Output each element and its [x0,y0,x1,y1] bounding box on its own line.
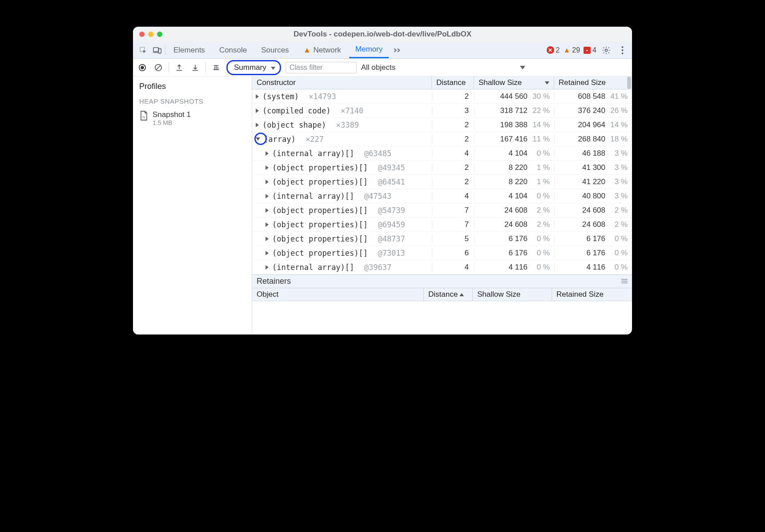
warning-badge[interactable]: ▲ 29 [563,46,580,54]
row-retained: 41 300 [582,163,605,172]
error-badge[interactable]: ✕ 2 [547,46,560,54]
expand-right-icon[interactable] [266,222,269,227]
expand-right-icon[interactable] [256,94,259,99]
tab-console[interactable]: Console [213,42,253,58]
expand-down-icon[interactable] [256,137,260,141]
snapshot-name: Snapshot 1 [153,110,191,119]
expand-right-icon[interactable] [266,151,269,156]
table-row[interactable]: (internal array)[] @4754344 1040 %40 800… [252,189,632,203]
row-name: (array) [264,135,296,144]
row-shallow: 6 176 [508,234,527,243]
column-shallow-size[interactable]: Shallow Size [474,77,554,89]
expand-right-icon[interactable] [266,237,269,241]
devtools-tabs: Elements Console Sources ▲ Network Memor… [133,42,632,59]
retainers-header: Object Distance Shallow Size Retained Si… [252,288,632,301]
tab-elements[interactable]: Elements [167,42,211,58]
row-shallow: 4 104 [508,192,527,201]
issues-badge[interactable]: ▪ 4 [584,46,596,54]
table-row[interactable]: (compiled code) ×71403318 71222 %376 240… [252,104,632,118]
view-mode-dropdown[interactable]: Summary [226,60,281,75]
row-shallow: 8 220 [508,163,527,172]
row-shallow: 6 176 [508,249,527,258]
table-row[interactable]: (array) ×2272167 41611 %268 84018 % [252,132,632,146]
tab-network[interactable]: ▲ Network [297,42,347,58]
expand-right-icon[interactable] [266,265,269,270]
row-shallow: 318 712 [500,106,527,115]
row-suffix: ×227 [297,135,324,144]
row-shallow-pct: 30 % [531,92,550,101]
ret-column-retained[interactable]: Retained Size [552,288,632,301]
row-name: (system) [262,92,299,101]
expand-right-icon[interactable] [256,123,259,127]
tab-more[interactable] [391,42,404,58]
table-row[interactable]: (object shape) ×33892198 38814 %204 9641… [252,118,632,132]
row-shallow: 8 220 [508,177,527,186]
column-distance[interactable]: Distance [432,77,474,89]
table-row[interactable]: (object properties)[] @4873756 1760 %6 1… [252,232,632,246]
ret-column-object[interactable]: Object [252,288,424,301]
svg-point-5 [621,46,623,48]
devtools-window: DevTools - codepen.io/web-dot-dev/live/P… [133,27,632,335]
expand-right-icon[interactable] [266,180,269,184]
sidebar-profiles-title: Profiles [139,82,246,91]
expand-right-icon[interactable] [266,165,269,170]
table-row[interactable]: (object properties)[] @69459724 6082 %24… [252,218,632,232]
device-toggle-icon[interactable] [151,44,163,56]
row-shallow-pct: 2 % [531,206,550,215]
expand-right-icon[interactable] [266,251,269,255]
expand-right-icon[interactable] [256,109,259,113]
table-row[interactable]: (object properties)[] @54739724 6082 %24… [252,203,632,218]
ret-column-distance[interactable]: Distance [424,288,473,301]
gear-icon[interactable] [600,44,612,56]
memory-body: Profiles HEAP SNAPSHOTS % Snapshot 1 1.5… [133,77,632,335]
clear-icon[interactable] [153,62,164,73]
column-constructor[interactable]: Constructor [252,77,432,89]
kebab-icon[interactable] [616,44,628,56]
snapshot-item[interactable]: % Snapshot 1 1.5 MB [133,108,252,129]
table-row[interactable]: (object properties)[] @6454128 2201 %41 … [252,175,632,189]
retainers-menu-icon[interactable] [621,277,628,286]
row-shallow-pct: 1 % [531,163,550,172]
retainers-empty [252,301,632,324]
ret-column-shallow[interactable]: Shallow Size [473,288,552,301]
table-row[interactable]: (internal array)[] @3963744 1160 %4 1160… [252,260,632,274]
row-name: (internal array)[] [272,149,354,158]
row-distance: 2 [432,177,474,186]
row-retained: 6 176 [586,234,605,243]
divider [205,63,206,73]
row-retained: 268 840 [578,135,605,144]
upload-icon[interactable] [173,62,185,73]
scrollbar-thumb[interactable] [627,77,631,89]
tab-sources[interactable]: Sources [255,42,295,58]
expand-right-icon[interactable] [266,194,269,198]
row-distance: 4 [432,192,474,201]
row-shallow: 24 608 [504,206,527,215]
row-distance: 7 [432,206,474,215]
column-shallow-label: Shallow Size [479,78,522,87]
row-retained-pct: 0 % [609,234,628,243]
row-name: (object properties)[] [272,220,368,229]
row-shallow-pct: 22 % [531,106,550,115]
row-suffix: ×14793 [300,92,336,101]
row-suffix: @48737 [369,234,405,243]
record-icon[interactable] [137,62,148,73]
row-suffix: @54739 [369,206,405,215]
class-filter-input[interactable] [286,62,357,73]
table-row[interactable]: (object properties)[] @4934528 2201 %41 … [252,161,632,175]
chevron-down-icon [520,66,525,69]
tab-memory[interactable]: Memory [349,42,389,58]
tabs-right: ✕ 2 ▲ 29 ▪ 4 [547,44,628,56]
table-row[interactable]: (internal array)[] @6348544 1040 %46 188… [252,146,632,161]
row-shallow: 4 104 [508,149,527,158]
table-row[interactable]: (object properties)[] @7301366 1760 %6 1… [252,246,632,260]
row-shallow-pct: 0 % [531,192,550,201]
object-scope-dropdown[interactable]: All objects [361,63,525,72]
column-retained-size[interactable]: Retained Size [554,77,632,89]
table-row[interactable]: (system) ×147932444 56030 %608 54841 % [252,89,632,104]
error-icon: ✕ [547,46,554,54]
collect-garbage-icon[interactable] [210,62,222,73]
inspect-element-icon[interactable] [137,44,149,56]
expand-right-icon[interactable] [266,208,269,213]
row-name: (internal array)[] [272,192,354,201]
download-icon[interactable] [189,62,201,73]
